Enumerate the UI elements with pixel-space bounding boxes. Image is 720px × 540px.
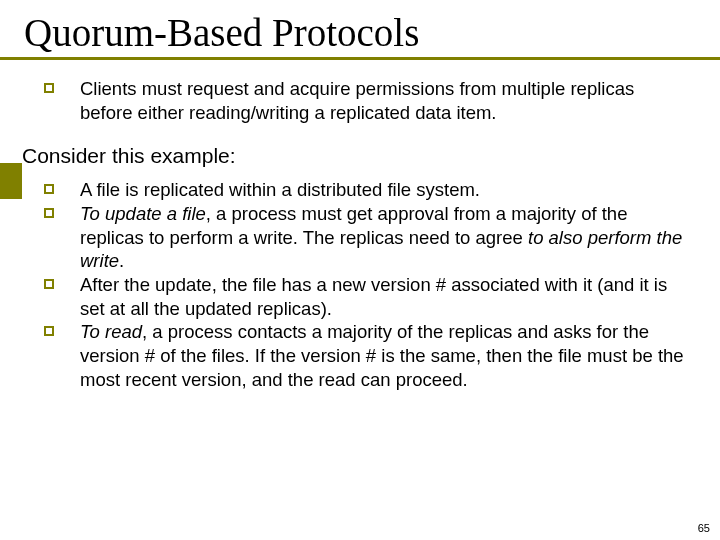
slide-title: Quorum-Based Protocols (0, 0, 720, 57)
list-item: To read, a process contacts a majority o… (44, 320, 690, 391)
bullet-text: To update a file, a process must get app… (80, 202, 690, 273)
title-underline (0, 57, 720, 63)
square-bullet-icon (44, 83, 54, 93)
subheading: Consider this example: (0, 144, 720, 168)
intro-list: Clients must request and acquire permiss… (0, 77, 720, 124)
list-item: Clients must request and acquire permiss… (44, 77, 690, 124)
square-bullet-icon (44, 279, 54, 289)
list-item: After the update, the file has a new ver… (44, 273, 690, 320)
left-accent-band (0, 163, 22, 199)
bullet-text: A file is replicated within a distribute… (80, 178, 480, 202)
square-bullet-icon (44, 326, 54, 336)
list-item: To update a file, a process must get app… (44, 202, 690, 273)
square-bullet-icon (44, 184, 54, 194)
bullet-text: To read, a process contacts a majority o… (80, 320, 690, 391)
bullet-text: After the update, the file has a new ver… (80, 273, 690, 320)
page-number: 65 (698, 522, 710, 534)
list-item: A file is replicated within a distribute… (44, 178, 690, 202)
square-bullet-icon (44, 208, 54, 218)
example-list: A file is replicated within a distribute… (0, 178, 720, 391)
bullet-text: Clients must request and acquire permiss… (80, 77, 690, 124)
